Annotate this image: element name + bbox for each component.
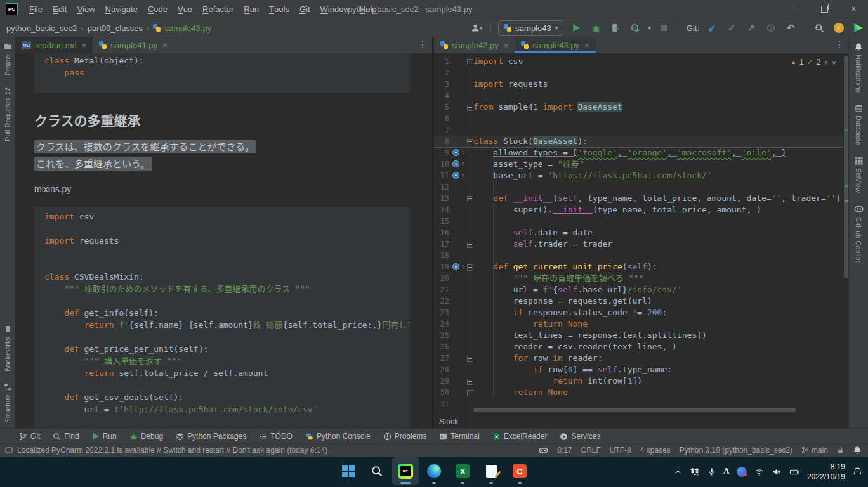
close-button[interactable]: × <box>839 0 868 18</box>
breadcrumb-item[interactable]: part09_classes <box>88 23 143 33</box>
code-line[interactable]: 21 url = f'{self.base_url}/info/csv/' <box>434 284 843 295</box>
close-icon[interactable]: × <box>584 41 589 50</box>
minimize-button[interactable]: – <box>780 0 810 18</box>
editor-breadcrumb[interactable]: Stock <box>439 417 458 426</box>
tray-chevron[interactable] <box>673 467 683 477</box>
code-editor[interactable]: 1import csv23import requests45from sampl… <box>434 53 849 429</box>
prev-problem-icon[interactable]: ∧ <box>824 59 828 66</box>
tool-window-excel[interactable]: ExcelReader <box>492 432 548 441</box>
code-line[interactable]: 24 return None <box>434 318 843 330</box>
stop-button[interactable] <box>657 21 671 35</box>
fold-icon[interactable] <box>467 379 473 385</box>
tool-window-services[interactable]: Services <box>560 432 600 441</box>
tray-dropbox[interactable]: z <box>690 467 700 477</box>
code-line[interactable]: 14 super().__init__(type_name, total_pri… <box>434 204 843 216</box>
code-line[interactable]: 17 self.trader = trader <box>434 238 843 250</box>
menu-code[interactable]: Code <box>143 0 173 18</box>
tool-window-terminal[interactable]: Terminal <box>439 432 479 441</box>
attribute-gutter-icon[interactable] <box>452 160 459 167</box>
tool-button-github-copilot[interactable]: GitHub Copilot <box>854 198 864 268</box>
code-line[interactable]: 16 self.date = date <box>434 227 843 238</box>
code-line[interactable]: 20 """ 現在の買取単価を調べる """ <box>434 273 843 284</box>
fold-icon[interactable] <box>467 139 473 145</box>
code-line[interactable]: 18 <box>434 250 843 261</box>
code-line[interactable]: 5from sample41 import BaseAsset <box>434 101 843 113</box>
tool-button-bookmarks[interactable]: Bookmarks <box>4 320 12 377</box>
search-everywhere-button[interactable] <box>812 21 826 35</box>
code-line[interactable]: 15 <box>434 216 843 227</box>
code-line[interactable]: 19↑ def get_current_unit_price(self): <box>434 261 843 273</box>
tab-sample41.py[interactable]: sample41.py× <box>93 37 173 53</box>
menu-view[interactable]: View <box>72 0 100 18</box>
status-indent[interactable]: 4 spaces <box>640 446 671 455</box>
taskbar-clock[interactable]: 8:19 2022/10/19 <box>807 462 845 482</box>
profiler-button[interactable] <box>628 21 642 35</box>
horizontal-scrollbar[interactable] <box>473 408 796 412</box>
attribute-gutter-icon[interactable] <box>452 263 459 270</box>
toolbox-button[interactable] <box>852 21 865 35</box>
more-options-icon[interactable]: ⋮ <box>418 39 427 49</box>
tray-sphere[interactable] <box>737 467 747 477</box>
taskbar-notepad-button[interactable] <box>478 458 504 484</box>
status-read-only-lock[interactable] <box>837 446 844 454</box>
status-caret-position[interactable]: 8:17 <box>557 446 572 455</box>
close-icon[interactable]: × <box>504 41 509 50</box>
attribute-gutter-icon[interactable] <box>452 172 459 179</box>
tool-window-run[interactable]: Run <box>92 432 117 441</box>
close-icon[interactable]: × <box>82 41 87 50</box>
menu-file[interactable]: File <box>24 0 48 18</box>
run-config-selector[interactable]: sample43 ▾ <box>498 20 563 36</box>
code-line[interactable]: 4 <box>434 90 843 101</box>
tool-window-todo[interactable]: TODO <box>259 432 292 441</box>
fold-icon[interactable] <box>467 390 473 396</box>
tray-focus-assist[interactable]: z <box>852 467 863 477</box>
code-line[interactable]: 6 <box>434 113 843 124</box>
code-line[interactable]: 12 <box>434 181 843 193</box>
menu-git[interactable]: Git <box>294 0 315 18</box>
code-line[interactable]: 29 return int(row[1]) <box>434 375 843 387</box>
git-commit-button[interactable]: ✓ <box>725 21 739 35</box>
vertical-scrollbar[interactable] <box>844 56 848 278</box>
tool-window-pyconsole[interactable]: Python Console <box>305 432 371 441</box>
status-interpreter[interactable]: Python 3.10 (python_basic_sec2) <box>680 446 792 455</box>
code-line[interactable]: 7 <box>434 124 843 136</box>
tab-sample42.py[interactable]: sample42.py× <box>434 37 515 53</box>
tray-volume[interactable] <box>772 467 782 477</box>
code-line[interactable]: 2 <box>434 67 843 79</box>
status-copilot[interactable] <box>539 446 548 455</box>
breadcrumb-item[interactable]: python_basic_sec2 <box>6 23 77 33</box>
restore-button[interactable] <box>810 0 839 18</box>
tool-button-project[interactable]: Project <box>4 37 12 81</box>
menu-navigate[interactable]: Navigate <box>100 0 143 18</box>
close-icon[interactable]: × <box>162 41 168 50</box>
code-line[interactable]: 1import csv <box>434 56 843 67</box>
attribute-gutter-icon[interactable] <box>452 149 459 156</box>
breadcrumb-item[interactable]: sample43.py <box>164 23 211 33</box>
code-line[interactable]: 25 text_lines = response.text.splitlines… <box>434 330 843 341</box>
code-line[interactable]: 13 def __init__(self, type_name, total_p… <box>434 193 843 204</box>
tool-window-problems[interactable]: Problems <box>383 432 427 441</box>
code-line[interactable]: 3import requests <box>434 79 843 90</box>
fold-icon[interactable] <box>467 59 473 65</box>
code-line[interactable]: 28 if row[0] == self.type_name: <box>434 364 843 375</box>
run-button[interactable] <box>569 21 583 35</box>
tab-readme.md[interactable]: MDreadme.md× <box>15 37 93 53</box>
taskbar-edge-button[interactable] <box>421 458 447 484</box>
tray-mic[interactable] <box>707 467 716 477</box>
tray-ime[interactable]: A <box>723 467 730 477</box>
taskbar-excel-button[interactable]: X <box>450 458 475 484</box>
tray-wifi[interactable] <box>754 467 765 477</box>
inspections-widget[interactable]: ▲ 1 ✓ 2 ∧ ∨ <box>788 57 839 67</box>
tool-window-find[interactable]: Find <box>53 432 79 441</box>
tray-battery[interactable] <box>789 467 800 477</box>
fold-icon[interactable] <box>467 264 473 271</box>
tool-window-git[interactable]: Git <box>19 432 40 441</box>
code-line[interactable]: 23 if response.status_code != 200: <box>434 307 843 318</box>
git-rollback-button[interactable]: ↶ <box>784 21 798 35</box>
more-options-icon[interactable]: ⋮ <box>835 39 844 49</box>
git-update-button[interactable]: ↙ <box>705 21 719 35</box>
ide-update-badge[interactable]: ↑ <box>832 21 846 35</box>
next-problem-icon[interactable]: ∨ <box>832 59 836 66</box>
fold-icon[interactable] <box>467 196 473 202</box>
menu-refactor[interactable]: Refactor <box>197 0 239 18</box>
